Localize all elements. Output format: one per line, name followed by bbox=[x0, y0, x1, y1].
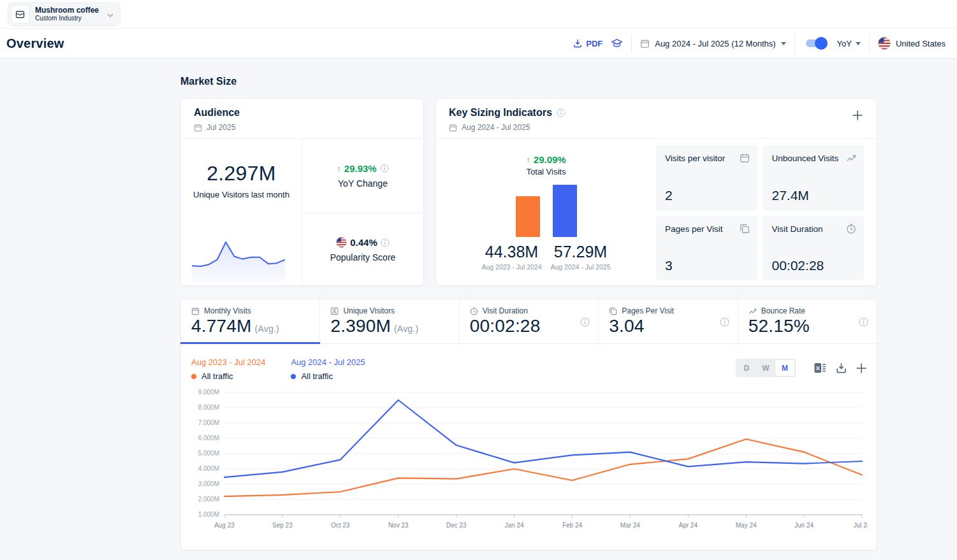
clock-icon bbox=[846, 224, 856, 236]
visit-duration-tile: Visit Duration 00:02:28 bbox=[763, 216, 865, 281]
tab-bounce-rate[interactable]: Bounce Rate 52.15% bbox=[738, 299, 877, 343]
export-excel-button[interactable]: X bbox=[814, 363, 826, 373]
legend-current-period[interactable]: Aug 2024 - Jul 2025 All traffic bbox=[291, 357, 365, 381]
legend-dot bbox=[291, 374, 296, 379]
unique-visitors-value: 2.390M bbox=[330, 316, 391, 336]
export-pdf-button[interactable]: PDF bbox=[573, 39, 603, 48]
svg-text:X: X bbox=[816, 364, 821, 371]
svg-text:4.000M: 4.000M bbox=[198, 465, 219, 472]
industry-type: Custom Industry bbox=[35, 15, 99, 22]
granularity-daily-button[interactable]: D bbox=[737, 360, 756, 376]
total-visits-comparison: ↑ 29.09% Total Visits 44.38M Aug 2023 - … bbox=[436, 139, 656, 287]
audience-card-title: Audience bbox=[194, 107, 411, 118]
yoy-toggle[interactable] bbox=[806, 39, 826, 47]
trend-icon bbox=[749, 307, 757, 315]
visit-duration-value: 00:02:28 bbox=[470, 316, 541, 336]
info-icon[interactable] bbox=[381, 238, 390, 247]
date-range-picker[interactable]: Aug 2024 - Jul 2025 (12 Months) bbox=[640, 39, 785, 48]
svg-text:9.000M: 9.000M bbox=[198, 389, 219, 396]
legend-series-label: All traffic bbox=[201, 371, 233, 381]
svg-text:Aug 23: Aug 23 bbox=[214, 522, 235, 529]
tab-pages-per-visit[interactable]: Pages Per Visit 3.04 bbox=[599, 299, 738, 343]
divider bbox=[631, 34, 632, 52]
svg-text:3.000M: 3.000M bbox=[198, 480, 219, 487]
comparison-mode-dropdown[interactable]: YoY bbox=[837, 39, 861, 48]
info-icon[interactable] bbox=[580, 317, 590, 329]
previous-period-value: 44.38M bbox=[482, 243, 542, 261]
info-icon[interactable] bbox=[380, 164, 389, 173]
visits-per-visitor-tile: Visits per visitor 2 bbox=[656, 145, 757, 210]
person-card-icon bbox=[330, 307, 339, 315]
bar-current-period bbox=[553, 185, 577, 237]
svg-text:6.000M: 6.000M bbox=[198, 434, 219, 442]
svg-text:Oct 23: Oct 23 bbox=[331, 522, 350, 529]
legend-period-label: Aug 2024 - Jul 2025 bbox=[291, 357, 365, 367]
divider bbox=[794, 34, 795, 52]
total-visits-bar-chart bbox=[516, 185, 577, 237]
industry-selector-chip[interactable]: Mushroom coffee Custom Industry bbox=[8, 3, 121, 26]
bounce-rate-value: 52.15% bbox=[749, 316, 810, 336]
svg-text:Nov 23: Nov 23 bbox=[388, 522, 409, 529]
divider bbox=[869, 34, 870, 52]
tab-monthly-visits[interactable]: Monthly Visits 4.774M(Avg.) bbox=[181, 299, 320, 343]
pages-icon bbox=[609, 307, 617, 315]
trend-icon bbox=[846, 153, 856, 166]
svg-text:Feb 24: Feb 24 bbox=[562, 522, 583, 529]
us-flag-icon bbox=[336, 237, 347, 248]
metric-tabs: Monthly Visits 4.774M(Avg.) Unique Visit… bbox=[181, 299, 877, 344]
svg-text:Apr 24: Apr 24 bbox=[679, 522, 698, 529]
svg-text:2.000M: 2.000M bbox=[198, 496, 219, 503]
traffic-trend-card: Monthly Visits 4.774M(Avg.) Unique Visit… bbox=[180, 299, 877, 550]
audience-card: Audience Jul 2025 2.297M Unique Visitors… bbox=[180, 98, 424, 286]
main-content: Market Size Audience Jul 2025 bbox=[0, 59, 957, 560]
unbounced-visits-tile: Unbounced Visits 27.4M bbox=[763, 145, 865, 210]
svg-text:5.000M: 5.000M bbox=[198, 450, 219, 457]
chevron-down-icon bbox=[856, 42, 861, 45]
page-header: Overview PDF Aug 2024 - Jul 2025 (12 Mon… bbox=[0, 29, 957, 59]
popularity-score-value: 0.44% bbox=[350, 237, 377, 248]
granularity-monthly-button[interactable]: M bbox=[775, 360, 794, 376]
country-selector[interactable]: United States bbox=[878, 37, 946, 50]
popularity-score-label: Popularity Score bbox=[330, 252, 396, 262]
yoy-change-cell: ↑ 29.93% YoY Change bbox=[302, 139, 423, 213]
total-visits-change: 29.09% bbox=[534, 154, 566, 165]
legend-series-label: All traffic bbox=[301, 371, 333, 381]
country-label: United States bbox=[896, 39, 946, 48]
pages-per-visit-value: 3.04 bbox=[609, 316, 644, 336]
us-flag-icon bbox=[878, 37, 891, 50]
granularity-weekly-button[interactable]: W bbox=[756, 360, 775, 376]
unique-visitors-value: 2.297M bbox=[181, 162, 302, 185]
info-icon[interactable] bbox=[859, 317, 868, 329]
current-period-value: 57.29M bbox=[551, 243, 611, 261]
legend-previous-period[interactable]: Aug 2023 - Jul 2024 All traffic bbox=[191, 357, 265, 381]
tab-unique-visitors[interactable]: Unique Visitors 2.390M(Avg.) bbox=[320, 299, 459, 343]
key-sizing-date: Aug 2024 - Jul 2025 bbox=[462, 123, 530, 132]
yoy-change-value: 29.93% bbox=[344, 163, 377, 174]
add-to-dashboard-button[interactable] bbox=[856, 363, 866, 373]
calendar-icon bbox=[191, 307, 200, 315]
svg-text:Jun 24: Jun 24 bbox=[794, 522, 814, 529]
key-sizing-title: Key Sizing Indicators bbox=[449, 107, 552, 118]
add-indicator-button[interactable] bbox=[852, 110, 863, 123]
popularity-score-cell: 0.44% Popularity Score bbox=[302, 213, 423, 287]
legend-period-label: Aug 2023 - Jul 2024 bbox=[191, 357, 265, 367]
tab-visit-duration[interactable]: Visit Duration 00:02:28 bbox=[460, 299, 599, 343]
monthly-visits-value: 4.774M bbox=[191, 316, 252, 336]
chevron-down-icon bbox=[107, 8, 113, 20]
info-icon[interactable] bbox=[557, 108, 566, 117]
yoy-change-label: YoY Change bbox=[338, 178, 388, 189]
download-chart-button[interactable] bbox=[836, 363, 847, 373]
calendar-icon bbox=[640, 39, 650, 48]
svg-text:May 24: May 24 bbox=[736, 522, 757, 529]
svg-text:Mar 24: Mar 24 bbox=[620, 522, 641, 529]
up-arrow-icon: ↑ bbox=[526, 155, 530, 164]
audience-sparkline-chart bbox=[189, 237, 288, 283]
calendar-icon bbox=[740, 153, 750, 166]
svg-text:Jul 24: Jul 24 bbox=[854, 522, 868, 529]
learning-center-button[interactable] bbox=[611, 38, 623, 48]
chevron-down-icon bbox=[781, 42, 786, 45]
industry-name: Mushroom coffee bbox=[35, 6, 99, 15]
unique-visitors-label: Unique Visitors last month bbox=[181, 190, 302, 199]
info-icon[interactable] bbox=[720, 317, 729, 329]
section-title: Market Size bbox=[180, 76, 877, 87]
